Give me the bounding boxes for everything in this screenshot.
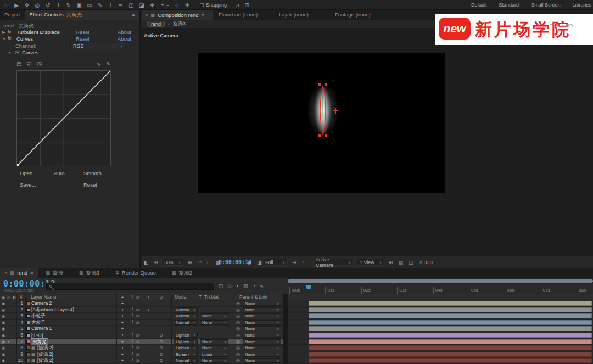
curve-bezier-icon[interactable]: ∿: [96, 61, 100, 67]
tab-effect-controls[interactable]: Effect Controls 尖角光 ≡: [25, 10, 139, 20]
parent-select[interactable]: None ∨: [243, 358, 281, 363]
camera-select[interactable]: Active Camera ∨: [313, 259, 354, 266]
panel-menu-icon[interactable]: ≡: [30, 268, 33, 278]
auto-button[interactable]: Auto: [54, 170, 65, 176]
eye-icon[interactable]: ◉: [2, 345, 5, 351]
pickwhip-icon[interactable]: ◎: [236, 351, 240, 358]
panel-menu-icon[interactable]: ≡: [202, 12, 205, 18]
effect-row[interactable]: ▼ fx Curves Reset About: [0, 36, 139, 42]
quality-switch-icon[interactable]: ✦: [121, 313, 124, 320]
blend-mode-select[interactable]: Normal ∨: [174, 320, 198, 325]
solo-icon[interactable]: ●: [8, 339, 10, 345]
comp-viewport[interactable]: [198, 53, 445, 193]
label-color-swatch[interactable]: [26, 321, 30, 324]
snapping-control[interactable]: Snapping: [200, 0, 227, 10]
magnification-select[interactable]: 50% ∨: [161, 259, 183, 266]
layer-name[interactable]: [旋渦 2]: [37, 351, 53, 358]
table-row[interactable]: ◉ ● 6 ▩ [中心] ✦ / fx ◐ ⊙ Lighten ∨: [0, 332, 593, 339]
mask-visibility-icon[interactable]: ◠: [198, 260, 202, 265]
eye-icon[interactable]: ◉: [2, 307, 5, 313]
graph-editor-icon[interactable]: ∿: [260, 283, 264, 289]
mini-flowchart-icon[interactable]: ◫: [219, 283, 223, 289]
quality-switch-icon[interactable]: ✦: [121, 307, 124, 313]
brush-tool-icon[interactable]: ✏: [118, 2, 124, 8]
eye-column-icon[interactable]: ◉: [2, 294, 5, 300]
channel-select[interactable]: RGB ∨: [70, 43, 125, 49]
draft-3d-icon[interactable]: ◇: [228, 283, 232, 289]
eye-icon[interactable]: ◉: [2, 326, 5, 332]
label-color-swatch[interactable]: [26, 327, 30, 331]
timeline-tab[interactable]: × ▦ 旋渦 ≡: [38, 268, 71, 278]
motion-blur-icon[interactable]: ◔: [252, 283, 255, 289]
expand-arrow-icon[interactable]: ▶: [2, 30, 5, 35]
table-row[interactable]: ◉ ● 9 ▩ [旋渦 2] ✦ / fx ◐ ⊙ Screen ∨: [0, 351, 593, 358]
layer-name[interactable]: [旋渦 2]: [37, 357, 53, 364]
layer-duration-bar[interactable]: [309, 301, 592, 306]
expand-arrow-icon[interactable]: ▼: [2, 37, 6, 41]
expand-arrow-icon[interactable]: ▼: [8, 51, 12, 54]
snap-edges-icon[interactable]: ⊿: [235, 2, 239, 8]
selection-tool-icon[interactable]: ▶: [13, 2, 20, 8]
eye-icon[interactable]: ◉: [2, 357, 5, 364]
effects-switch-icon[interactable]: fx: [136, 313, 139, 320]
exposure-value[interactable]: +0.0: [423, 260, 433, 265]
timeline-tab[interactable]: × ▦ rend ≡: [0, 268, 38, 278]
layer-name[interactable]: 尖角光: [31, 339, 48, 345]
trkmat-select[interactable]: None ∨: [200, 339, 228, 344]
close-icon[interactable]: ×: [4, 268, 8, 278]
close-icon[interactable]: ×: [145, 12, 148, 18]
layer-name[interactable]: 大粒子: [31, 320, 46, 326]
reset-link[interactable]: Reset: [76, 36, 89, 42]
comp-viewer[interactable]: Active Camera: [142, 29, 593, 256]
trkmat-select[interactable]: None ∨: [200, 320, 228, 325]
quality-switch-icon[interactable]: ✦: [121, 345, 124, 351]
blend-mode-select[interactable]: Lighten ∨: [174, 339, 198, 344]
table-row[interactable]: ◉ ● 4 ▩ 大粒子 ✦ / fx ◐ ⊙ Normal ∨: [0, 320, 593, 326]
choose-grid-icon[interactable]: ⊞: [188, 260, 192, 265]
layer-name[interactable]: 小粒子: [31, 313, 46, 320]
pickwhip-icon[interactable]: ◎: [236, 339, 240, 345]
reset-button[interactable]: Reset: [83, 182, 97, 188]
trkmat-select[interactable]: None ∨: [200, 313, 228, 318]
table-row[interactable]: ◉ ● 2 ▩ [Adjustment Layer 4] ✦ / fx ◐ ⊙ …: [0, 307, 593, 313]
hand-tool-icon[interactable]: ✥: [24, 2, 30, 8]
snap-grid-icon[interactable]: ⊞: [244, 2, 249, 8]
snapping-checkbox[interactable]: [200, 3, 204, 7]
layer-duration-bar[interactable]: [309, 333, 592, 338]
rotation-tool-icon[interactable]: ↻: [65, 2, 72, 8]
resolution-select[interactable]: Full ∨: [262, 259, 288, 266]
pickwhip-icon[interactable]: ◎: [236, 307, 240, 313]
region-of-interest-icon[interactable]: □: [207, 260, 210, 265]
effects-switch-icon[interactable]: fx: [136, 357, 139, 364]
pixel-aspect-icon[interactable]: ⊟: [292, 260, 296, 265]
orbit-camera-tool-icon[interactable]: ↺: [44, 2, 51, 8]
view-layout-select[interactable]: 1 View ∨: [357, 259, 384, 266]
hide-shy-icon[interactable]: ◖: [236, 283, 238, 289]
lock-column-icon[interactable]: ◧: [13, 294, 16, 300]
pickwhip-icon[interactable]: ◎: [236, 345, 240, 351]
layer-duration-bar[interactable]: [309, 307, 592, 312]
parent-select[interactable]: None ∨: [243, 339, 281, 344]
playhead-handle[interactable]: [306, 285, 311, 289]
open-button[interactable]: Open...: [20, 170, 37, 176]
breadcrumb-current[interactable]: 旋渦3: [173, 20, 186, 27]
tab-project[interactable]: Project: [0, 10, 25, 20]
parent-select[interactable]: None ∨: [243, 352, 281, 357]
frame-blend-switch-icon[interactable]: /: [132, 313, 133, 320]
mask-handle[interactable]: [318, 134, 321, 137]
quality-switch-icon[interactable]: ✦: [121, 351, 124, 358]
table-row[interactable]: ◉ ● 7 ▩ 尖角光 ✦ / fx ◐ ⊙ Lighten ∨: [0, 339, 593, 345]
parent-select[interactable]: None ∨: [243, 333, 281, 338]
label-color-swatch[interactable]: [26, 352, 30, 356]
reset-link[interactable]: Reset: [76, 29, 89, 35]
label-color-swatch[interactable]: [26, 333, 30, 337]
curve-pencil-icon[interactable]: ✎: [107, 61, 111, 67]
layer-name[interactable]: [Adjustment Layer 4]: [31, 307, 74, 313]
snapshot-icon[interactable]: ◉: [247, 260, 251, 265]
stopwatch-icon[interactable]: ◷: [15, 49, 19, 55]
view-layout-icon[interactable]: ⊞: [389, 260, 393, 265]
smooth-button[interactable]: Smooth: [83, 170, 102, 176]
layer-duration-bar[interactable]: [309, 320, 592, 325]
label-color-swatch[interactable]: [26, 314, 30, 318]
parent-select[interactable]: None ∨: [243, 307, 281, 312]
